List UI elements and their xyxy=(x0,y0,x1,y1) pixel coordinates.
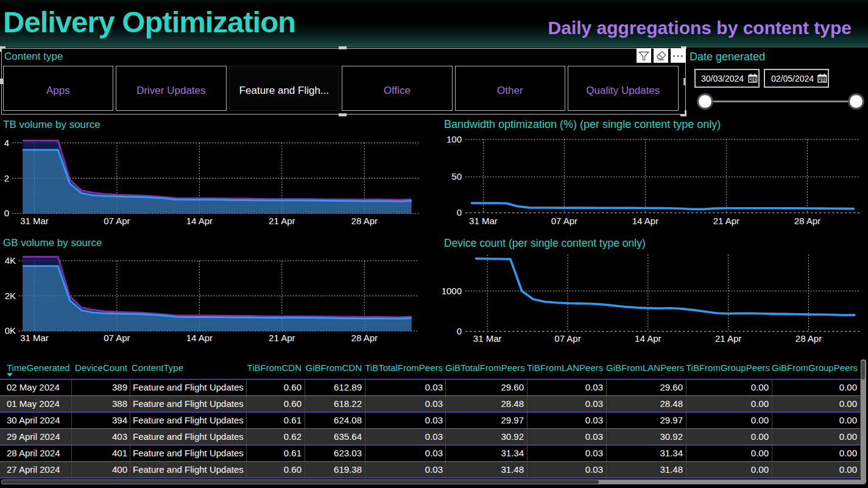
svg-text:14 Apr: 14 Apr xyxy=(186,333,213,343)
svg-text:21 Apr: 21 Apr xyxy=(269,333,295,343)
svg-text:21 Apr: 21 Apr xyxy=(713,216,739,226)
svg-text:07 Apr: 07 Apr xyxy=(104,333,130,343)
svg-text:0K: 0K xyxy=(5,325,16,336)
svg-text:2: 2 xyxy=(4,173,9,183)
svg-text:28 Apr: 28 Apr xyxy=(351,216,378,226)
svg-text:0: 0 xyxy=(4,208,9,218)
svg-text:28 Apr: 28 Apr xyxy=(794,216,820,226)
svg-text:2K: 2K xyxy=(5,291,16,301)
svg-text:21 Apr: 21 Apr xyxy=(269,216,295,226)
svg-text:14 Apr: 14 Apr xyxy=(186,216,213,226)
svg-text:28 Apr: 28 Apr xyxy=(796,333,822,344)
svg-text:31 Mar: 31 Mar xyxy=(20,333,49,343)
svg-text:14 Apr: 14 Apr xyxy=(632,216,658,226)
svg-text:14 Apr: 14 Apr xyxy=(635,333,661,344)
svg-text:0: 0 xyxy=(457,207,462,217)
svg-text:31 Mar: 31 Mar xyxy=(473,333,502,344)
svg-text:07 Apr: 07 Apr xyxy=(104,216,130,226)
svg-text:21 Apr: 21 Apr xyxy=(715,333,741,344)
svg-text:100: 100 xyxy=(446,134,462,144)
svg-text:07 Apr: 07 Apr xyxy=(554,333,580,344)
svg-text:28 Apr: 28 Apr xyxy=(351,333,378,343)
svg-text:50: 50 xyxy=(451,171,462,182)
svg-text:4: 4 xyxy=(4,138,9,148)
svg-text:4K: 4K xyxy=(5,255,16,266)
svg-text:1000: 1000 xyxy=(442,286,462,296)
svg-text:31 Mar: 31 Mar xyxy=(20,216,49,226)
svg-text:0: 0 xyxy=(457,326,462,336)
svg-text:31 Mar: 31 Mar xyxy=(469,216,498,226)
svg-text:07 Apr: 07 Apr xyxy=(551,216,577,226)
